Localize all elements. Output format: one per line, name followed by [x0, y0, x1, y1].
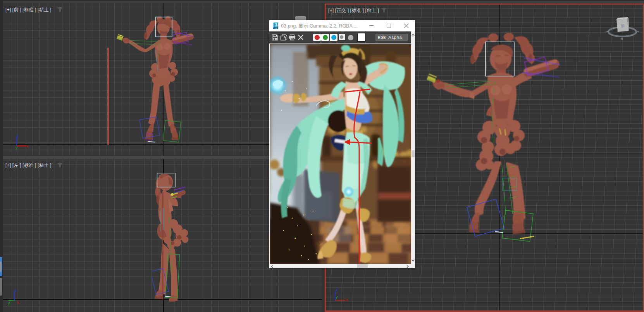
svg-text:x: x — [346, 297, 348, 302]
svg-text:z: z — [336, 287, 338, 292]
svg-text:y: y — [8, 301, 10, 305]
svg-text:南: 南 — [621, 37, 623, 40]
svg-text:x: x — [17, 300, 19, 305]
svg-text:z: z — [15, 288, 17, 293]
svg-text:3: 3 — [275, 23, 277, 27]
svg-text:x: x — [26, 144, 29, 149]
svg-text:y: y — [15, 145, 18, 150]
svg-text:MAX: MAX — [275, 28, 278, 29]
svg-text:y: y — [336, 295, 338, 299]
svg-text:前: 前 — [621, 24, 625, 28]
svg-text:z: z — [17, 133, 19, 138]
